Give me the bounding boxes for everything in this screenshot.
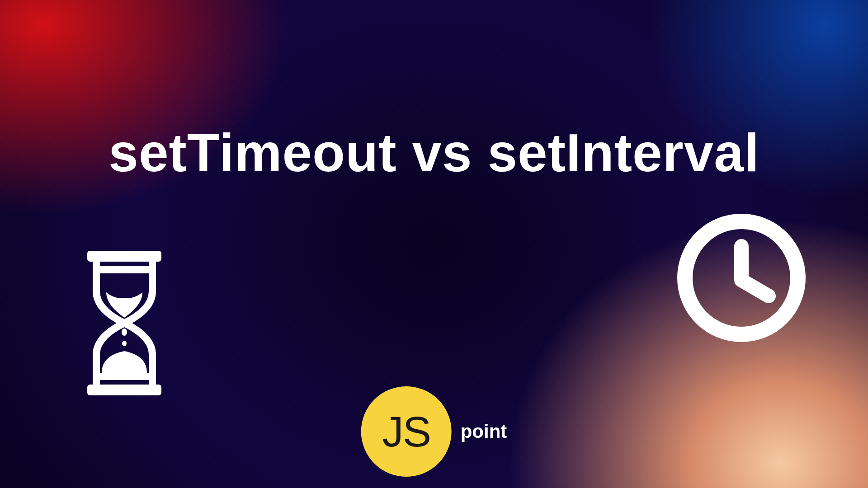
clock-icon [676,212,807,345]
svg-rect-6 [149,376,156,385]
hourglass-icon [75,251,174,397]
logo: JS point [361,386,507,477]
svg-rect-7 [87,385,161,395]
svg-rect-0 [87,251,161,262]
svg-point-4 [122,341,127,346]
logo-text: point [461,421,507,442]
js-badge: JS [361,386,452,477]
svg-rect-5 [93,376,100,385]
svg-point-3 [122,328,127,336]
page-title: setTimeout vs setInterval [0,122,868,183]
